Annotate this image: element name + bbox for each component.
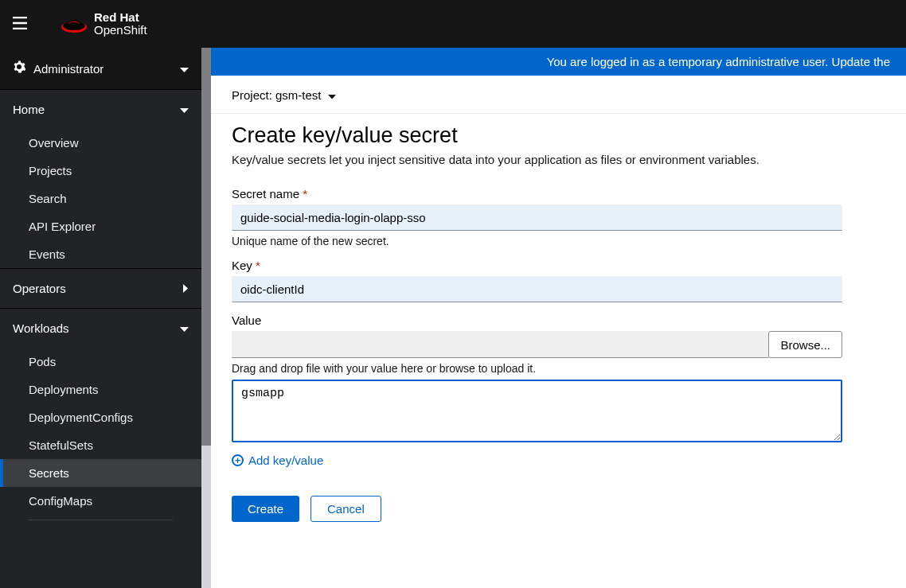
- value-file-drop[interactable]: [232, 331, 769, 358]
- project-label: Project: gsm-test: [232, 88, 322, 102]
- nav-item-api-explorer[interactable]: API Explorer: [0, 212, 201, 240]
- nav-item-configmaps[interactable]: ConfigMaps: [0, 487, 201, 515]
- gear-icon: [13, 60, 25, 76]
- secret-name-label: Secret name *: [232, 187, 885, 201]
- secret-name-input[interactable]: [232, 204, 842, 231]
- secret-name-help: Unique name of the new secret.: [232, 235, 885, 247]
- nav-section-label: Home: [13, 103, 45, 116]
- page-subtitle: Key/value secrets let you inject sensiti…: [232, 153, 885, 166]
- nav-item-statefulsets[interactable]: StatefulSets: [0, 431, 201, 459]
- nav-section-label: Workloads: [13, 321, 69, 335]
- main-content: You are logged in as a temporary adminis…: [211, 48, 906, 588]
- sidebar: Administrator Home Overview Projects Sea…: [0, 48, 211, 588]
- nav-item-overview[interactable]: Overview: [0, 129, 201, 157]
- chevron-down-icon: [180, 62, 189, 76]
- nav-section-home[interactable]: Home: [0, 90, 201, 129]
- nav-section-operators[interactable]: Operators: [0, 269, 201, 308]
- nav-section-workloads[interactable]: Workloads: [0, 309, 201, 348]
- perspective-label: Administrator: [33, 62, 103, 76]
- chevron-down-icon: [180, 322, 189, 335]
- create-button[interactable]: Create: [232, 496, 299, 522]
- scrollbar[interactable]: [201, 48, 211, 588]
- browse-button[interactable]: Browse...: [768, 331, 842, 358]
- page-title: Create key/value secret: [232, 123, 885, 148]
- chevron-down-icon: [328, 88, 336, 102]
- value-textarea[interactable]: [232, 380, 842, 442]
- key-input[interactable]: [232, 276, 842, 302]
- nav-item-projects[interactable]: Projects: [0, 157, 201, 185]
- brand-logo[interactable]: Red Hat OpenShift: [61, 11, 147, 37]
- brand-text: Red Hat OpenShift: [94, 11, 147, 37]
- cancel-button[interactable]: Cancel: [310, 496, 381, 522]
- fedora-icon: [61, 14, 88, 34]
- nav-section-label: Operators: [13, 282, 66, 295]
- add-key-value-link[interactable]: + Add key/value: [232, 454, 323, 467]
- project-selector[interactable]: Project: gsm-test: [211, 76, 906, 114]
- nav-item-deployments[interactable]: Deployments: [0, 376, 201, 403]
- plus-circle-icon: +: [232, 454, 244, 466]
- nav-item-pods[interactable]: Pods: [0, 348, 201, 376]
- value-label: Value: [232, 313, 885, 327]
- hamburger-menu-icon[interactable]: [13, 14, 27, 34]
- nav-item-secrets[interactable]: Secrets: [0, 459, 201, 487]
- chevron-down-icon: [180, 103, 189, 116]
- chevron-right-icon: [183, 282, 189, 295]
- svg-point-1: [63, 21, 85, 30]
- nav-item-search[interactable]: Search: [0, 185, 201, 212]
- nav-item-events[interactable]: Events: [0, 240, 201, 268]
- key-label: Key *: [232, 259, 885, 272]
- nav-item-deploymentconfigs[interactable]: DeploymentConfigs: [0, 403, 201, 431]
- perspective-switcher[interactable]: Administrator: [0, 48, 201, 90]
- value-help: Drag and drop file with your value here …: [232, 362, 885, 375]
- nav-divider: [29, 520, 173, 520]
- add-kv-label: Add key/value: [248, 454, 323, 467]
- notification-banner: You are logged in as a temporary adminis…: [211, 48, 906, 76]
